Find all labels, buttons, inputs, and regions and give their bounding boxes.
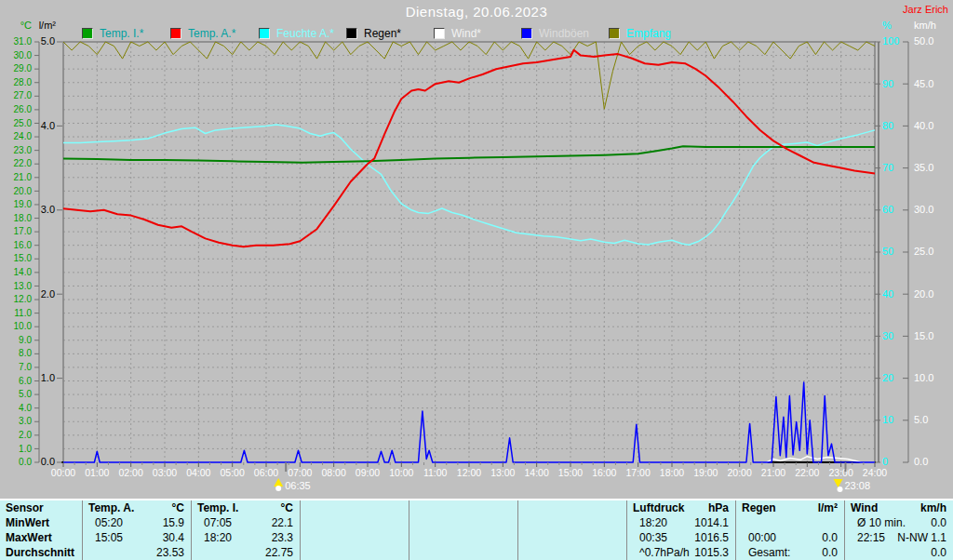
stats-row	[301, 530, 409, 545]
stats-min-value: 22.1	[272, 515, 300, 530]
stats-avg-label	[192, 545, 265, 560]
stats-min-time: Ø 10 min.	[845, 515, 931, 530]
stats-row: Gesamt:0.0	[736, 545, 844, 560]
axis-tick-label: 10.0	[14, 321, 33, 331]
legend-swatch-temp-a-icon	[170, 28, 181, 39]
legend-item-windb-en: Windböen	[521, 26, 589, 40]
axis-tick-label: 60	[882, 204, 893, 215]
x-axis-tick-label: 21:00	[761, 467, 785, 478]
stats-avg-label	[301, 545, 402, 560]
stats-max-time	[301, 530, 402, 545]
stats-row	[301, 515, 409, 530]
x-axis-tick-label: 09:00	[356, 467, 380, 478]
x-axis-tick-label: 24:00	[863, 467, 887, 478]
stats-col-empty	[300, 500, 409, 560]
axis-tick-label: 27.0	[14, 90, 33, 100]
stats-avg-value	[511, 545, 517, 560]
stats-row	[518, 515, 626, 530]
axis-tick-label: 15.0	[14, 253, 33, 263]
axis-tick-label: 40	[882, 288, 893, 300]
axis-tick-label: 5.0	[19, 389, 32, 399]
stats-max-value: 1016.5	[694, 530, 735, 545]
series-feuchte-a-line	[63, 125, 875, 245]
legend-label: Windböen	[539, 27, 589, 40]
legend-swatch-wind-icon	[434, 28, 445, 39]
stats-max-time	[409, 530, 511, 545]
axis-wind_kmh: km/h0.05.010.015.020.025.030.035.040.045…	[903, 20, 936, 467]
legend-label: Feuchte A.*	[276, 27, 334, 40]
x-axis-tick-label: 17:00	[626, 467, 651, 478]
axis-tick-label: 10	[882, 414, 893, 425]
legend-item-regen: Regen*	[346, 26, 401, 40]
axis-tick-label: 9.0	[19, 335, 32, 345]
stats-min-time	[409, 515, 511, 530]
stats-max-time	[518, 530, 620, 545]
axis-tick-label: 30	[882, 330, 893, 341]
stats-col-empty	[517, 500, 626, 560]
stats-avg-value	[402, 545, 409, 560]
stats-sensor-unit	[511, 500, 517, 515]
marker-time-label: 06:35	[285, 480, 311, 491]
axis-tick-label: 25.0	[14, 118, 33, 128]
legend-label: Regen*	[364, 27, 401, 40]
stats-row	[301, 500, 409, 515]
weather-station-window: Dienstag, 20.06.2023 Jarz Erich °C0.01.0…	[0, 0, 953, 560]
x-axis: 00:0001:0002:0003:0004:0005:0006:0007:00…	[51, 462, 887, 478]
stats-min-value: 15.9	[163, 515, 191, 530]
axis-tick-label: 15.0	[914, 330, 933, 341]
stats-max-value	[511, 530, 517, 545]
x-axis-tick-label: 14:00	[525, 467, 549, 478]
axis-tick-label: 23.0	[14, 145, 33, 155]
marker-time-label: 23:08	[844, 480, 870, 491]
x-axis-tick-label: 00:00	[51, 467, 75, 478]
x-axis-tick-label: 07:00	[288, 467, 312, 478]
axis-tick-label: 11.0	[14, 308, 32, 318]
axis-tick-label: 35.0	[914, 162, 933, 173]
axis-tick-label: 30.0	[914, 204, 933, 215]
axis-tick-label: 21.0	[14, 172, 33, 182]
stats-sensor-unit: °C	[281, 500, 300, 515]
axis-tick-label: 90	[882, 78, 893, 89]
axis-tick-label: 0	[882, 456, 888, 467]
legend-label: Empfang	[626, 27, 671, 40]
axis-tick-label: 4.0	[41, 120, 55, 131]
x-axis-tick-label: 18:00	[660, 467, 684, 478]
stats-row: 22.75	[192, 545, 300, 560]
stats-row: 23.53	[83, 545, 191, 560]
legend-swatch-temp-i-icon	[82, 28, 93, 39]
legend-swatch-windb-en-icon	[521, 28, 532, 39]
stats-avg-label: ^0.7hPa/h	[627, 545, 694, 560]
legend-label: Temp. A.*	[188, 27, 235, 40]
stats-sensor-name: Temp. A.	[83, 500, 172, 515]
axis-tick-label: 20.0	[14, 186, 33, 196]
stats-max-time: 22:15	[845, 530, 897, 545]
axis-tick-label: 6.0	[19, 376, 32, 386]
stats-sensor-name: Luftdruck	[627, 500, 708, 515]
legend-swatch-regen-icon	[346, 28, 357, 39]
axis-tick-label: 29.0	[14, 63, 33, 73]
stats-row-header: MinWert	[0, 515, 82, 530]
stats-row: Temp. I.°C	[192, 500, 300, 515]
stats-row: 22:15N-NW 1.1	[845, 530, 953, 545]
axis-tick-label: 0.0	[41, 456, 55, 467]
legend-label: Wind*	[451, 27, 481, 40]
axis-tick-label: 28.0	[14, 77, 33, 87]
axis-tick-label: 2.0	[19, 430, 32, 440]
stats-row	[301, 545, 409, 560]
stats-max-time: 18:20	[192, 530, 272, 545]
axis-tick-label: 7.0	[19, 362, 32, 372]
stats-min-time: 07:05	[192, 515, 272, 530]
stats-row: 18:201014.1	[627, 515, 735, 530]
stats-row: Windkm/h	[845, 500, 953, 515]
axis-tick-label: 0.0	[19, 457, 32, 467]
stats-min-value: 1014.1	[694, 515, 735, 530]
axis-tick-label: 19.0	[14, 199, 33, 209]
stats-min-time: 18:20	[627, 515, 694, 530]
stats-min-value: 0.0	[931, 515, 953, 530]
x-axis-tick-label: 22:00	[795, 467, 819, 478]
axis-tick-label: 30.0	[14, 50, 33, 60]
axis-rain_lm2: l/m²0.01.02.03.04.05.0	[39, 20, 62, 467]
stats-row: 00:351016.5	[627, 530, 735, 545]
stats-max-time: 15:05	[83, 530, 163, 545]
axis-tick-label: 26.0	[14, 104, 33, 114]
